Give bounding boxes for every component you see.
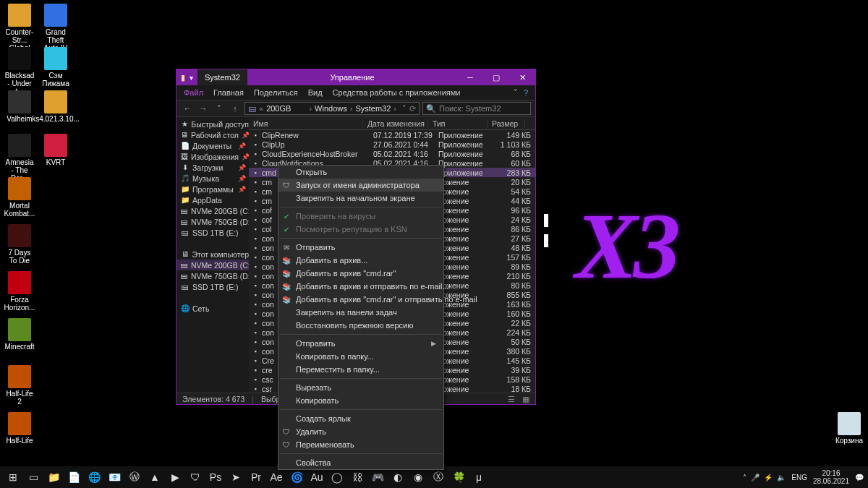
context-item[interactable]: ✉Отправить xyxy=(278,241,443,254)
sidebar-item[interactable]: 🎵 Музыка 📌 xyxy=(176,173,249,184)
sidebar-item[interactable]: 🖥 Рабочий стол 📌 xyxy=(176,129,249,140)
context-item[interactable]: 🛡Переименовать xyxy=(278,438,443,451)
sidebar-item[interactable]: ⬇ Загрузки 📌 xyxy=(176,162,249,173)
titlebar[interactable]: ▮ ▾ System32 Управление ─ ▢ ✕ xyxy=(176,69,535,85)
taskbar-button[interactable]: ⊞ xyxy=(3,467,23,487)
taskbar-button[interactable]: ⛓ xyxy=(347,467,367,487)
sidebar-item[interactable]: ★ Быстрый доступ xyxy=(176,119,249,129)
context-item[interactable]: 🛡Запуск от имени администратора xyxy=(278,179,443,192)
col-type[interactable]: Тип xyxy=(428,119,488,128)
desktop-icon[interactable]: Сэм Пижама xyxy=(40,47,72,87)
ribbon-home[interactable]: Главная xyxy=(213,88,244,97)
sidebar-item[interactable]: 🖴 SSD 1TB (E:) xyxy=(176,227,249,238)
taskbar-button[interactable]: Ae xyxy=(266,467,286,487)
titlebar-context-tab[interactable]: Управление xyxy=(247,69,457,85)
context-item[interactable]: Восстановить прежнюю версию xyxy=(278,319,443,332)
context-item[interactable]: Отправить▶ xyxy=(278,337,443,350)
ribbon-view[interactable]: Вид xyxy=(308,88,323,97)
context-item[interactable]: Закрепить на панели задач xyxy=(278,306,443,319)
sidebar-item[interactable]: 🖼 Изображения 📌 xyxy=(176,151,249,162)
sidebar-item[interactable]: 🖴 NVMe 750GB (D: ✎ xyxy=(176,216,249,227)
taskbar-button[interactable]: 🎮 xyxy=(367,467,388,487)
context-item[interactable]: Переместить в папку... xyxy=(278,363,443,376)
ribbon-expand-icon[interactable]: ˅ xyxy=(514,88,518,98)
taskbar-button[interactable]: ▭ xyxy=(23,467,43,487)
desktop-icon[interactable]: Valheim xyxy=(4,90,35,123)
taskbar-button[interactable]: 🌀 xyxy=(286,467,307,487)
tray-lang[interactable]: ENG xyxy=(791,474,807,481)
context-item[interactable]: Создать ярлык xyxy=(278,412,443,425)
desktop-icon[interactable]: Half-Life 2 xyxy=(4,365,35,406)
tray-icon[interactable]: ⚡ xyxy=(764,474,773,481)
view-large-icon[interactable]: ▦ xyxy=(522,395,529,403)
taskbar-button[interactable]: 🍀 xyxy=(448,467,469,487)
taskbar-button[interactable]: 📁 xyxy=(43,467,64,487)
ribbon-share[interactable]: Поделиться xyxy=(254,88,298,97)
taskbar-button[interactable]: Pr xyxy=(246,467,266,487)
context-item[interactable]: Копировать xyxy=(278,394,443,407)
context-item[interactable]: 📚Добавить в архив "cmd.rar" xyxy=(278,267,443,280)
col-size[interactable]: Размер xyxy=(488,119,525,128)
taskbar-button[interactable]: ▲ xyxy=(145,467,165,487)
close-button[interactable]: ✕ xyxy=(509,69,535,85)
desktop-icon[interactable]: Корзина xyxy=(833,412,865,445)
crumb-chevron-icon[interactable]: ˅ xyxy=(402,104,407,114)
taskbar-button[interactable]: ➤ xyxy=(226,467,246,487)
taskbar-button[interactable]: Ⓦ xyxy=(124,467,145,487)
desktop-icon[interactable]: KVRT xyxy=(40,134,72,166)
crumb-0[interactable]: NVMe 200GB (C:) xyxy=(266,102,306,115)
nav-up-button[interactable]: ↑ xyxy=(229,102,242,115)
taskbar-button[interactable]: ◉ xyxy=(408,467,428,487)
ribbon-file[interactable]: Файл xyxy=(184,88,203,97)
minimize-button[interactable]: ─ xyxy=(457,69,483,85)
col-date[interactable]: Дата изменения xyxy=(363,119,428,128)
taskbar-button[interactable]: 🌐 xyxy=(84,467,104,487)
maximize-button[interactable]: ▢ xyxy=(483,69,509,85)
tray-icon[interactable]: 🔈 xyxy=(777,474,786,481)
taskbar-button[interactable]: Au xyxy=(307,467,327,487)
context-item[interactable]: 📚Добавить в архив "cmd.rar" и отправить … xyxy=(278,293,443,306)
desktop-icon[interactable]: Minecraft xyxy=(4,318,35,351)
taskbar-button[interactable]: ◐ xyxy=(388,467,408,487)
taskbar-button[interactable]: ◯ xyxy=(327,467,347,487)
tray-icon[interactable]: ˄ xyxy=(743,474,746,481)
context-item[interactable]: Вырезать xyxy=(278,381,443,394)
taskbar-button[interactable]: μ xyxy=(469,467,489,487)
desktop-icon[interactable]: Half-Life xyxy=(4,412,35,445)
context-item[interactable]: Закрепить на начальном экране xyxy=(278,192,443,205)
nav-recent-button[interactable]: ˅ xyxy=(213,102,226,115)
sidebar-item[interactable]: 🖴 SSD 1TB (E:) xyxy=(176,281,249,292)
context-item[interactable]: Открыть xyxy=(278,166,443,179)
crumb-1[interactable]: Windows xyxy=(315,104,347,113)
sidebar-item[interactable]: 🖥 Этот компьютер xyxy=(176,249,249,260)
crumb-2[interactable]: System32 xyxy=(355,104,391,113)
sidebar-item[interactable]: 🖴 NVMe 200GB (C: ✎ xyxy=(176,205,249,216)
sidebar-item[interactable]: 🖴 NVMe 200GB (C:) xyxy=(176,260,249,270)
file-row[interactable]: ▪ ClipUp 27.06.2021 0:44 Приложение 1 10… xyxy=(249,140,535,149)
context-item[interactable]: 📚Добавить в архив и отправить по e-mail.… xyxy=(278,280,443,293)
search-input[interactable]: 🔍 Поиск: System32 xyxy=(422,102,531,115)
desktop-icon[interactable]: Grand Theft Auto IV xyxy=(40,4,72,52)
breadcrumb[interactable]: 🖴 « NVMe 200GB (C:) › Windows › System32… xyxy=(244,102,420,115)
desktop-icon[interactable]: Mortal Kombat... xyxy=(4,177,35,218)
context-item[interactable]: Копировать в папку... xyxy=(278,350,443,363)
crumb-refresh-icon[interactable]: ⟳ xyxy=(409,104,416,114)
context-item[interactable]: 📚Добавить в архив... xyxy=(278,254,443,267)
taskbar-button[interactable]: Ⓧ xyxy=(428,467,448,487)
sidebar-item[interactable]: 🌐 Сеть xyxy=(176,303,249,314)
desktop-icon[interactable]: Amnesia - The Dar... xyxy=(4,134,35,182)
taskbar-button[interactable]: 🛡 xyxy=(185,467,205,487)
sidebar-item[interactable]: 📄 Документы 📌 xyxy=(176,140,249,151)
sidebar-item[interactable]: 🖴 NVMe 750GB (D:) xyxy=(176,270,249,281)
sidebar-item[interactable]: 📁 Программы 📌 xyxy=(176,184,249,194)
desktop-icon[interactable]: ks4.021.3.10... xyxy=(40,90,72,123)
desktop-icon[interactable]: Forza Horizon... xyxy=(4,271,35,312)
notification-icon[interactable]: 💬 xyxy=(855,474,864,481)
tray-icon[interactable]: 🎤 xyxy=(751,474,760,481)
nav-forward-button[interactable]: → xyxy=(197,102,210,115)
view-details-icon[interactable]: ☰ xyxy=(508,395,515,403)
taskbar-button[interactable]: 📧 xyxy=(104,467,124,487)
sidebar-item[interactable]: 📁 AppData xyxy=(176,194,249,205)
tray-clock[interactable]: 20:16 28.06.2021 xyxy=(813,469,849,485)
context-item[interactable]: Свойства xyxy=(278,456,443,469)
